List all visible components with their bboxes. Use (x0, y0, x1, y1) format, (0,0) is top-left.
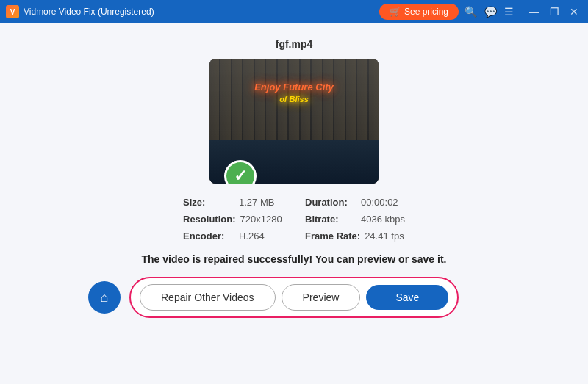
meta-size: Size: 1.27 MB (183, 197, 283, 208)
main-content: fgf.mp4 Enjoy Future City of Bliss ✓ Siz… (0, 23, 588, 384)
app-title: Vidmore Video Fix (Unregistered) (24, 7, 154, 17)
toolbar-icons: 🔍 💬 ☰ (465, 6, 514, 18)
home-icon: ⌂ (101, 290, 109, 305)
resolution-value: 720x1280 (240, 214, 282, 225)
save-button[interactable]: Save (366, 285, 448, 310)
duration-value: 00:00:02 (361, 197, 398, 208)
framerate-value: 24.41 fps (365, 231, 404, 242)
app-icon: V (6, 5, 19, 18)
neon-line1: Enjoy Future City (254, 81, 334, 94)
close-button[interactable]: ✕ (566, 5, 582, 18)
see-pricing-label: See pricing (404, 7, 448, 17)
meta-bitrate: Bitrate: 4036 kbps (305, 214, 405, 225)
search-icon[interactable]: 🔍 (465, 6, 477, 18)
neon-sign: Enjoy Future City of Bliss (254, 81, 334, 106)
titlebar-right: 🛒 See pricing 🔍 💬 ☰ — ❐ ✕ (379, 4, 582, 20)
bitrate-label: Bitrate: (305, 214, 356, 225)
duration-label: Duration: (305, 197, 356, 208)
cart-icon: 🛒 (390, 7, 401, 17)
action-bar: ⌂ Repair Other Videos Preview Save (88, 277, 500, 318)
resolution-label: Resolution: (183, 214, 236, 225)
home-button[interactable]: ⌂ (88, 281, 121, 314)
chat-icon[interactable]: 💬 (484, 6, 497, 18)
framerate-label: Frame Rate: (305, 231, 360, 242)
meta-duration: Duration: 00:00:02 (305, 197, 405, 208)
metadata-section: Size: 1.27 MB Duration: 00:00:02 Resolut… (183, 197, 405, 242)
encoder-label: Encoder: (183, 231, 234, 242)
neon-line2: of Bliss (254, 94, 334, 105)
minimize-button[interactable]: — (526, 5, 543, 18)
video-filename: fgf.mp4 (276, 38, 313, 50)
encoder-value: H.264 (239, 231, 265, 242)
video-thumbnail-container: Enjoy Future City of Bliss ✓ (209, 59, 379, 184)
window-controls: — ❐ ✕ (526, 5, 582, 18)
menu-icon[interactable]: ☰ (504, 6, 514, 18)
titlebar-left: V Vidmore Video Fix (Unregistered) (6, 5, 154, 18)
repair-other-button[interactable]: Repair Other Videos (140, 284, 276, 311)
maximize-button[interactable]: ❐ (546, 5, 563, 18)
preview-button[interactable]: Preview (282, 284, 361, 311)
success-message: The video is repaired successfully! You … (142, 253, 447, 265)
size-label: Size: (183, 197, 234, 208)
meta-encoder: Encoder: H.264 (183, 231, 283, 242)
meta-framerate: Frame Rate: 24.41 fps (305, 231, 405, 242)
action-buttons-box: Repair Other Videos Preview Save (129, 277, 459, 318)
see-pricing-button[interactable]: 🛒 See pricing (379, 4, 459, 20)
size-value: 1.27 MB (239, 197, 274, 208)
home-btn-wrapper: ⌂ (88, 281, 121, 314)
meta-resolution: Resolution: 720x1280 (183, 214, 283, 225)
titlebar: V Vidmore Video Fix (Unregistered) 🛒 See… (0, 0, 588, 23)
bitrate-value: 4036 kbps (361, 214, 405, 225)
